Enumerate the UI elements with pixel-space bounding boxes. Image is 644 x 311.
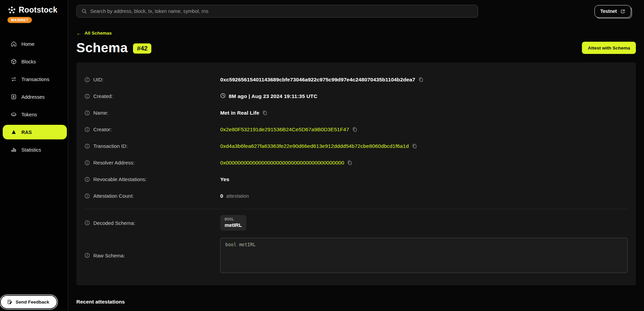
sidebar-item-label: Blocks <box>21 59 36 64</box>
info-icon[interactable] <box>84 177 90 182</box>
search-input[interactable] <box>90 8 473 14</box>
copy-icon <box>347 160 352 165</box>
network-badge: MAINNET <box>7 17 32 23</box>
sidebar-item-blocks[interactable]: Blocks <box>3 54 65 69</box>
schema-number-badge: #42 <box>133 43 151 54</box>
sidebar-nav: Home Blocks Transactions Addresses Token… <box>0 37 68 157</box>
detail-row-creator: Creator: 0x2e80F532191de291536B24Ce5D67a… <box>84 121 628 138</box>
sidebar-item-label: Statistics <box>21 147 41 153</box>
sidebar-item-label: Tokens <box>21 112 37 117</box>
info-icon[interactable] <box>84 127 90 132</box>
info-icon[interactable] <box>84 160 90 166</box>
sidebar-item-label: Addresses <box>21 94 45 100</box>
info-icon[interactable] <box>84 143 90 149</box>
detail-row-resolver-address: Resolver Address: 0x00000000000000000000… <box>84 154 628 171</box>
info-icon[interactable] <box>84 94 90 99</box>
external-link-icon <box>620 9 625 14</box>
detail-row-name: Name: Met in Real Life <box>84 104 628 121</box>
feedback-pencil-icon <box>7 299 13 305</box>
info-icon[interactable] <box>84 77 90 82</box>
detail-label: Decoded Schema: <box>93 220 135 226</box>
copy-button[interactable] <box>412 143 417 149</box>
card-divider <box>84 209 628 209</box>
clock-icon <box>220 93 226 100</box>
detail-label: Name: <box>93 110 108 116</box>
detail-row-decoded-schema: Decoded Schema: BOOL metIRL <box>84 213 628 233</box>
copy-icon <box>352 127 357 132</box>
cube-icon <box>11 58 17 65</box>
field-name: metIRL <box>225 222 242 228</box>
sidebar-item-label: Transactions <box>21 77 49 82</box>
attestation-count-suffix: attestation <box>226 193 249 199</box>
attest-with-schema-button[interactable]: Attest with Schema <box>582 42 636 54</box>
breadcrumb-all-schemas[interactable]: ← All Schemas <box>76 30 112 36</box>
title-row: Schema #42 Attest with Schema <box>76 40 636 55</box>
info-icon[interactable] <box>84 253 90 258</box>
field-type: BOOL <box>225 217 242 221</box>
detail-label: Creator: <box>93 127 112 132</box>
sidebar: Rootstock MAINNET Home Blocks Transactio… <box>0 0 68 311</box>
logo-text[interactable]: Rootstock <box>19 5 57 15</box>
detail-label: Raw Schema: <box>93 253 125 258</box>
sidebar-item-tokens[interactable]: Tokens <box>3 107 65 122</box>
copy-button[interactable] <box>347 160 352 165</box>
attestation-icon <box>11 129 17 135</box>
transaction-id-link[interactable]: 0xd4a3b6fea627fa63363fe22e90d66ed613e912… <box>220 143 409 149</box>
name-value: Met in Real Life <box>220 110 259 116</box>
detail-row-created: Created: 8M ago | Aug 23 2024 19:11:35 U… <box>84 88 628 104</box>
network-switch-button[interactable]: Testnet <box>594 5 631 18</box>
sidebar-item-transactions[interactable]: Transactions <box>3 72 65 86</box>
detail-label: Attestation Count: <box>93 193 134 199</box>
decoded-field-chip: BOOL metIRL <box>220 215 246 231</box>
detail-label: Resolver Address: <box>93 160 135 166</box>
sidebar-item-ras[interactable]: RAS <box>3 125 67 139</box>
send-feedback-button[interactable]: Send Feedback <box>1 296 57 308</box>
detail-label: Revocable Attestations: <box>93 176 147 182</box>
sidebar-item-label: Home <box>21 41 35 47</box>
schema-details-card: UID: 0xc59265615401143689cbfe73046a922c9… <box>76 62 636 285</box>
copy-button[interactable] <box>262 110 267 115</box>
info-icon[interactable] <box>84 110 90 116</box>
info-icon[interactable] <box>84 220 90 226</box>
home-icon <box>11 41 17 47</box>
revocable-value: Yes <box>220 176 229 182</box>
info-icon[interactable] <box>84 193 90 199</box>
attestation-count-value: 0 <box>220 193 223 199</box>
send-feedback-label: Send Feedback <box>16 299 49 305</box>
copy-button[interactable] <box>418 77 423 82</box>
copy-icon <box>262 110 267 115</box>
main-content: Testnet ← All Schemas Schema #42 Attest … <box>68 0 644 311</box>
sidebar-item-addresses[interactable]: Addresses <box>3 90 65 104</box>
arrows-icon <box>11 76 17 82</box>
search-bar[interactable] <box>76 5 478 18</box>
detail-row-attestation-count: Attestation Count: 0 attestation <box>84 188 628 204</box>
detail-row-revocable: Revocable Attestations: Yes <box>84 171 628 188</box>
resolver-address-link[interactable]: 0x00000000000000000000000000000000000000… <box>220 160 344 166</box>
network-switch-label: Testnet <box>600 8 617 14</box>
uid-value: 0xc59265615401143689cbfe73046a922c975c99… <box>220 77 415 83</box>
topbar: Testnet <box>76 0 636 18</box>
creator-address-link[interactable]: 0x2e80F532191de291536B24Ce5D67a9B0D3E51F… <box>220 127 349 133</box>
raw-schema-textarea[interactable]: bool metIRL <box>220 238 628 273</box>
sidebar-item-statistics[interactable]: Statistics <box>3 142 65 157</box>
copy-button[interactable] <box>352 127 357 132</box>
contact-card-icon <box>11 94 17 100</box>
created-value: 8M ago | Aug 23 2024 19:11:35 UTC <box>229 93 317 99</box>
detail-label: UID: <box>93 77 103 82</box>
copy-icon <box>418 77 423 82</box>
recent-attestations-title: Recent attestations <box>76 299 636 305</box>
logo-block: Rootstock MAINNET <box>0 0 68 23</box>
rootstock-logo-icon <box>7 6 16 15</box>
detail-row-transaction-id: Transaction ID: 0xd4a3b6fea627fa63363fe2… <box>84 138 628 154</box>
coin-icon <box>11 111 17 118</box>
detail-label: Transaction ID: <box>93 143 128 149</box>
detail-row-raw-schema: Raw Schema: bool metIRL <box>84 238 628 273</box>
back-arrow-icon: ← <box>76 30 81 36</box>
detail-label: Created: <box>93 93 113 99</box>
sidebar-item-label: RAS <box>21 130 32 135</box>
sidebar-item-home[interactable]: Home <box>3 37 65 51</box>
copy-icon <box>412 143 417 149</box>
search-icon <box>81 8 87 14</box>
page-title: Schema <box>76 40 128 55</box>
bar-chart-icon <box>11 147 17 153</box>
